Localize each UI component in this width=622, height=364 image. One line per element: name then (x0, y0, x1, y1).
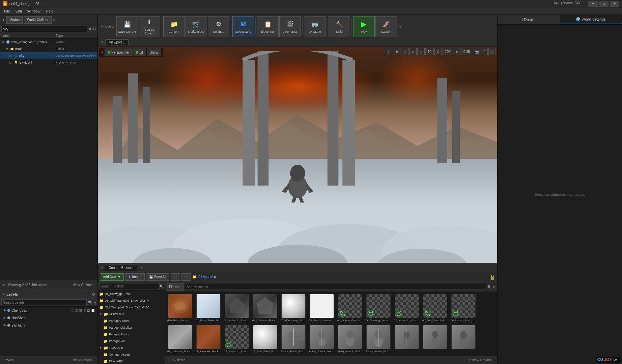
level-item-chengbao[interactable]: 👁 ChengBao ⬡ ▤ 🎬 ⊞ 🖼 📄 (0, 307, 97, 314)
menu-window[interactable]: Window (25, 8, 43, 14)
levels-view-options-btn[interactable]: View Options ~ (73, 358, 95, 362)
viewport-tab-arrow[interactable]: ▼ (101, 40, 104, 44)
cb-lock-icon[interactable]: 🔒 (489, 274, 495, 280)
scale-snap-icon[interactable]: ⇲ (453, 48, 460, 55)
asset-item-b2[interactable]: X=1Y=3 06_Lichen_Rock_qluup_2K_inst (450, 293, 477, 323)
rotation-snap-icon[interactable]: ∠ (434, 48, 442, 55)
close-button[interactable]: ✕ (610, 1, 619, 7)
scale-icon[interactable]: ⊡ (401, 48, 408, 55)
asset-item-b4[interactable]: 08_Icelandic_Rock_Plates_Assembly_taer2_… (195, 324, 222, 354)
folder-pixcolib[interactable]: ▼ 📁 PIXCOLIB (98, 344, 165, 351)
outliner-item-sc04[interactable]: ▼ 🌍 sc04_chengbao01 (Editor) World (0, 39, 97, 46)
surface-snapping-icon[interactable]: △ (417, 48, 425, 55)
outliner-item-sky[interactable]: ▷ ⬡ sky StaticMeshActor StaticMeshActor (0, 52, 97, 59)
world-outliner-button[interactable]: World Outliner (24, 16, 52, 24)
level-vis-icon-yanjiang[interactable]: 👁 (3, 324, 6, 327)
megascans-button[interactable]: M Megascans (232, 16, 254, 37)
folder-mspresets[interactable]: ▼ 📁 MSPresets (98, 311, 165, 317)
level-item-huoshan[interactable]: 👁 HuoShan (0, 314, 97, 322)
view-options-btn[interactable]: View Options ~ (73, 283, 95, 287)
import-button[interactable]: ⬇ Import (125, 273, 144, 281)
expand-icon-sky[interactable]: ▷ (9, 54, 13, 58)
folder-old-trampled-00[interactable]: 📁 Old_Trampled_Snow_2x2_M_00 (98, 304, 165, 311)
viewport[interactable]: ▼ Perspective Lit Show ⊹ ↻ ⊡ (98, 47, 497, 263)
add-new-button[interactable]: Add New ▼ (100, 273, 124, 281)
asset-item-b6[interactable]: 11_Ram_Skull_Iltiel2fa_2K_inst (252, 324, 279, 354)
play-button[interactable]: ▶ Play (353, 16, 375, 37)
cb-tab-close[interactable]: ✕ (140, 266, 143, 269)
details-tab[interactable]: ℹ Details (498, 15, 560, 24)
folder-effectsfx[interactable]: 📁 Effects/FX (98, 358, 165, 364)
asset-item-a9[interactable]: X=1Y=3 05_Icelandic_Mossy_Rock_lhkafbida… (393, 293, 420, 323)
save-all-button[interactable]: 💾 Save All (146, 273, 169, 281)
menu-file[interactable]: File (1, 8, 13, 14)
cb-settings-icon[interactable]: ⚙ (493, 285, 496, 289)
expand-mspresets[interactable]: ▼ (99, 312, 103, 316)
folder-paragonyin[interactable]: 📁 ParagonYin (98, 338, 165, 344)
asset-item-a5[interactable]: 02_Windswept_Snowy_Stones_2x2_M_sevlmad_… (280, 293, 307, 323)
asset-item-c1[interactable] (393, 324, 420, 354)
settings-button[interactable]: ⚙ Settings (208, 16, 229, 37)
outliner-search-input[interactable] (1, 26, 87, 32)
menu-edit[interactable]: Edit (13, 8, 25, 14)
filter-button[interactable]: Filters ~ (167, 283, 183, 291)
outliner-settings-icon[interactable]: ⚙ (93, 27, 96, 31)
cb-folders-search-input[interactable] (99, 283, 160, 289)
maximize-button[interactable]: □ (599, 1, 609, 7)
levels-settings-icon[interactable]: ⚙ (92, 292, 95, 297)
asset-item-b8[interactable]: Ability_Attack_Wolves_Cast_L2 (308, 324, 335, 354)
folder-paragonlitbelica[interactable]: 📁 ParagonLitBelica (98, 324, 165, 331)
cinematics-button[interactable]: 🎬 Cinematics (279, 16, 301, 37)
asset-item-c3[interactable] (450, 324, 477, 354)
launch-button[interactable]: 🚀 Launch (375, 16, 397, 37)
folder-commonassets[interactable]: 📁 CommonAssets (98, 351, 165, 358)
outliner-item-skylight[interactable]: ▷ 💡 SkyLight SkyLight SkyLight (0, 59, 97, 66)
marketplace-button[interactable]: 🛒 Marketplace (186, 16, 207, 37)
asset-item-b5[interactable]: X=1Y=3 09_Icelandic_Rock_Assembly (223, 324, 250, 354)
assets-search-input[interactable] (185, 284, 486, 290)
levels-search-icon[interactable]: 🔍 (88, 300, 93, 305)
perspective-button[interactable]: Perspective (105, 49, 132, 56)
asset-item-c5[interactable] (195, 355, 222, 356)
asset-item-a8[interactable]: X=1Y=3 04_Snow_qb_Arm0_4K_inst (365, 293, 392, 323)
levels-search-input[interactable] (1, 299, 87, 305)
viewport-settings-arrow[interactable]: ▼ (101, 51, 104, 54)
asset-item-a3[interactable]: 01_Icelandic_Rock_Assembly (223, 293, 250, 323)
rotate-icon[interactable]: ↻ (393, 48, 400, 55)
asset-item-a1[interactable]: 010_Ram_Bone_Icucgajfa_2K_inst (167, 293, 194, 323)
outliner-item-main[interactable]: ▼ 📁 main Folder (0, 46, 97, 52)
folder-snow-arm0[interactable]: 📁 04_Snow_qbArm0 (98, 291, 165, 297)
expand-icon-skylight[interactable]: ▷ (9, 61, 13, 64)
translate-icon[interactable]: ⊹ (385, 48, 392, 55)
maximize-viewport-icon[interactable]: ⬛ (488, 48, 496, 55)
add-level-icon[interactable]: + (88, 292, 90, 297)
asset-item-a6[interactable]: 03_Fresh_Icelandic_Rock_Assembly (308, 293, 335, 323)
cb-view-options-btn[interactable]: 👁 View Options ~ (468, 358, 494, 362)
show-button[interactable]: Show (147, 49, 161, 56)
folder-paragonshinbi[interactable]: 📁 ParagonShinbi (98, 331, 165, 338)
asset-item-b3[interactable]: 07_Icelandic_Rock_Assembly_skill (167, 324, 194, 354)
lit-button[interactable]: Lit (133, 49, 146, 56)
minimize-button[interactable]: − (588, 1, 598, 7)
asset-item-a2[interactable]: 01_Dirty_Snow_2x2_M_sd5ff1a_4K (195, 293, 222, 323)
asset-item-a4[interactable]: 02_Icelandic_Rock_Assembly (252, 293, 279, 323)
expand-icon-main[interactable]: ▼ (5, 47, 9, 51)
content-button[interactable]: 📁 Content (163, 16, 185, 37)
folder-old-trampled[interactable]: 📁 05_Old_Trampled_Snow_2x2_M (98, 297, 165, 304)
outliner-close-icon[interactable]: ✕ (88, 27, 91, 31)
asset-item-b10[interactable]: Ability_Attack_Wolves_Start_Target (365, 324, 392, 354)
viewport-tab-1[interactable]: Viewport 1 (105, 39, 129, 45)
level-vis-icon-huoshan[interactable]: 👁 (3, 316, 6, 320)
expand-icon-sc04[interactable]: ▼ (1, 40, 5, 44)
build-button[interactable]: 🔨 Build (329, 16, 350, 37)
asset-item-b9[interactable]: Ability_Attack_Wolves_Cast_R (337, 324, 364, 354)
forward-button[interactable]: → (181, 273, 191, 281)
asset-item-b1[interactable]: X=1Y=3 05_Old_Trampled_Snow_2x2_M_inst (422, 293, 449, 323)
expand-pixcolib[interactable]: ▼ (99, 346, 103, 350)
camera-speed-icon[interactable]: 📷 (473, 48, 480, 55)
level-item-yanjiang[interactable]: 👁 YanJiang (0, 322, 97, 329)
all-assets-path[interactable]: All Assets (198, 275, 213, 279)
cb-tab-main[interactable]: Content Browser (105, 265, 137, 271)
source-control-button[interactable]: ⬆ Source Control (139, 16, 160, 37)
levels-add-icon[interactable]: + (94, 300, 96, 304)
